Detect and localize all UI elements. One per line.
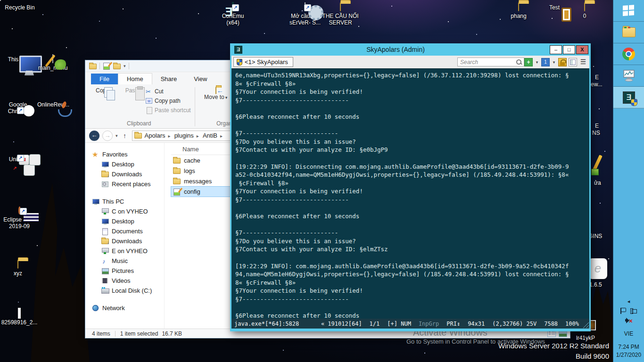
lock-icon[interactable]	[558, 58, 567, 66]
sidebar-item[interactable]: E on VYHEO	[85, 246, 164, 256]
desktop-icon[interactable]: 0	[570, 3, 600, 19]
close-button[interactable]: X	[576, 45, 588, 54]
paste-shortcut-icon	[146, 107, 152, 114]
sidebar-item[interactable]: Desktop	[85, 216, 164, 226]
start-button[interactable]	[613, 0, 644, 22]
qat-customize-chevron-icon[interactable]: ▾	[124, 64, 126, 68]
console-line: §6Please reconnect after 10 seconds	[235, 212, 589, 221]
ribbon-tab[interactable]: Home	[118, 73, 152, 84]
item-count: 4 items	[92, 330, 110, 337]
qat-new-folder-icon[interactable]	[113, 64, 121, 69]
language-indicator[interactable]: VIE	[624, 330, 633, 337]
desktop-icon[interactable]: Google Chrome	[1, 100, 35, 115]
clipboard-small-buttons: Cut Copy path Paste shortcut	[146, 88, 191, 128]
network-icon[interactable]	[630, 308, 637, 314]
console-line: [19:22:29 INFO]: com.mojang.authlib.Game…	[235, 262, 589, 271]
chrome-icon	[622, 48, 635, 60]
panes-button[interactable]	[569, 58, 577, 66]
console-line	[235, 104, 589, 113]
action-center-flag-icon[interactable]	[620, 308, 626, 314]
desktop-icon[interactable]: Recycle Bin	[3, 3, 37, 11]
taskbar-conemu-active[interactable]	[613, 87, 644, 108]
qat-properties-icon[interactable]	[103, 63, 110, 69]
show-hidden-icons-chevron[interactable]: ◂	[627, 298, 630, 304]
file-icon	[173, 179, 181, 184]
new-console-button[interactable]: +	[524, 58, 533, 66]
taskbar-file-explorer[interactable]	[613, 22, 644, 43]
console-line: §7Do you believe this is an issue?	[235, 237, 589, 246]
resize-grip[interactable]	[582, 321, 589, 328]
paste-shortcut-label: Paste shortcut	[155, 107, 191, 114]
sidebar-item[interactable]: Downloads	[85, 169, 164, 179]
window-mode-chevron-icon[interactable]: ▾	[552, 60, 556, 65]
menu-button[interactable]: ☰	[579, 58, 587, 66]
ribbon-tab[interactable]: View	[185, 74, 215, 84]
console-line: §7Your connection is being verified!	[235, 287, 589, 295]
console-line	[235, 304, 589, 312]
volume-muted-icon[interactable]: ✕	[625, 317, 633, 323]
breadcrumb-item[interactable]: AntiB	[201, 132, 224, 139]
paste-shortcut-button[interactable]: Paste shortcut	[146, 107, 191, 114]
back-button[interactable]: ←	[89, 131, 99, 141]
console-title-bar[interactable]: SkyApolars (Admin) – □ X	[231, 43, 589, 56]
maximize-button[interactable]: □	[563, 45, 575, 54]
desktop-icon[interactable]: This PC	[1, 55, 35, 63]
desktop-icon[interactable]: Mở cầu nối sErVeR- S...	[286, 3, 324, 26]
desktop-icon[interactable]: phang	[502, 3, 536, 19]
history-chevron-icon[interactable]: ▾	[116, 133, 118, 138]
console-line: §7Contact us with your analyze ID: §e0bJ…	[235, 146, 589, 154]
desktop-icon[interactable]: xyz	[1, 260, 35, 277]
ribbon-tab[interactable]: Share	[152, 74, 186, 84]
file-name: logs	[184, 167, 195, 174]
sidebar-item[interactable]: Videos	[85, 276, 164, 286]
desktop-icon[interactable]: 82598916_2...	[0, 309, 39, 326]
status-item: (2,32766) 25V	[492, 321, 537, 327]
desktop-icon[interactable]: main_menu	[34, 55, 72, 71]
forward-button[interactable]: →	[102, 131, 113, 141]
divider	[129, 63, 129, 69]
copy-button[interactable]: Copy	[90, 87, 115, 128]
sidebar-item[interactable]: Network	[85, 303, 164, 313]
sidebar-item[interactable]: C on VYHEO	[85, 206, 164, 216]
clock[interactable]: 7:24 PM 1/27/2020	[616, 343, 641, 359]
sidebar-item-icon	[101, 161, 109, 168]
desktop-icon[interactable]: OnlineRew...	[34, 100, 73, 108]
ribbon-tab[interactable]: File	[91, 74, 118, 84]
sidebar-item[interactable]: Documents	[85, 226, 164, 236]
console-tab[interactable]: <1> SkyApolars	[233, 57, 293, 67]
pencil-icon[interactable]	[591, 156, 605, 175]
sidebar-item[interactable]: Desktop	[85, 159, 164, 169]
desktop-icon-label: xyz	[1, 270, 35, 277]
copy-path-button[interactable]: Copy path	[146, 98, 191, 104]
console-line: 8« §cFirewall §8»	[235, 80, 589, 88]
sidebar-item[interactable]: Favorites	[85, 149, 164, 159]
console-line: §6Please reconnect after 10 seconds	[235, 312, 589, 319]
sidebar-item[interactable]: Local Disk (C:)	[85, 286, 164, 296]
eclipse-app-icon[interactable]	[588, 258, 607, 279]
minimize-button[interactable]: –	[550, 45, 562, 54]
desktop-icon[interactable]: ConEmu (x64)	[215, 3, 251, 26]
desktop-code-text: lr41ykP	[576, 335, 595, 341]
cut-button[interactable]: Cut	[146, 88, 191, 95]
sidebar-item[interactable]: Music	[85, 256, 164, 266]
search-input[interactable]	[457, 58, 524, 66]
conemu-taskbar-icon	[623, 91, 635, 104]
desktop-icon[interactable]: Test	[537, 3, 571, 11]
breadcrumb-item[interactable]: plugins	[173, 132, 201, 139]
sidebar-item-icon	[92, 305, 99, 312]
selection-count: 1 item selected	[120, 330, 158, 337]
new-console-chevron-icon[interactable]: ▾	[535, 60, 539, 65]
sidebar-item[interactable]: Downloads	[85, 236, 164, 246]
desktop-icon[interactable]: THE CẦU NỐI SERVER	[322, 3, 359, 26]
sidebar-item-label: Downloads	[112, 171, 142, 178]
window-mode-button[interactable]: 1	[541, 58, 550, 66]
taskbar-chrome[interactable]	[613, 43, 644, 65]
sidebar-item[interactable]: Recent places	[85, 179, 164, 189]
sidebar-item[interactable]: Pictures	[85, 266, 164, 276]
sidebar-item[interactable]: This PC	[85, 197, 164, 206]
breadcrumb-item[interactable]: Apolars	[143, 132, 173, 139]
taskbar-task-manager[interactable]	[613, 65, 644, 87]
up-button[interactable]: ↑	[121, 132, 129, 140]
desktop-icon[interactable]: Eclipse Java 2019-09	[0, 206, 39, 230]
desktop-icon[interactable]: UniKey	[1, 155, 35, 163]
